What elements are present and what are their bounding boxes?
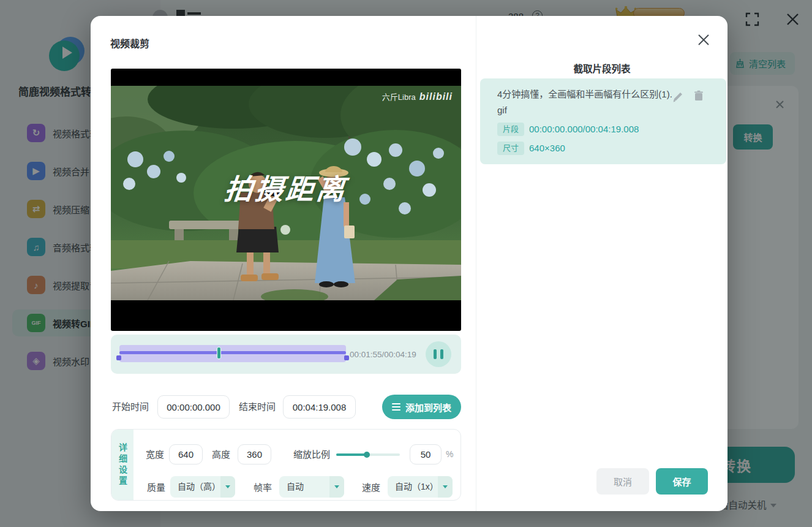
video-crop-modal: 视频裁剪 (91, 16, 727, 511)
chevron-down-icon (438, 476, 453, 498)
pause-button[interactable] (426, 341, 451, 367)
cancel-button[interactable]: 取消 (596, 468, 649, 495)
playhead-handle[interactable] (217, 347, 221, 359)
trim-handle-left[interactable] (116, 355, 121, 360)
chevron-down-icon (220, 476, 235, 498)
scale-label: 缩放比例 (293, 444, 330, 464)
time-display: 00:01:55/00:04:19 (350, 335, 416, 374)
video-watermark: 六斤Librabilibili (382, 91, 453, 102)
video-caption: 拍摄距离 (111, 167, 461, 207)
start-time-input[interactable] (157, 395, 230, 419)
modal-close-icon[interactable] (697, 33, 710, 47)
scale-slider-fill (336, 453, 366, 456)
clip-filename: 4分钟搞懂，全画幅和半画幅有什么区别(1).gif (497, 86, 674, 118)
speed-select[interactable]: 自动（1x） (388, 476, 453, 498)
height-label: 高度 (212, 444, 230, 464)
pause-icon (440, 349, 443, 359)
player-bar: 00:01:55/00:04:19 (111, 335, 461, 374)
trash-icon[interactable] (693, 90, 704, 101)
clip-time-value: 00:00:00.000/00:04:19.008 (529, 123, 639, 136)
clip-badge: 片段 (497, 123, 524, 136)
clip-list-pane: 截取片段列表 4分钟搞懂，全画幅和半画幅有什么区别(1).gif 片段 00:0… (476, 16, 727, 511)
scale-slider[interactable] (336, 453, 400, 456)
scale-input[interactable] (410, 444, 442, 464)
detail-settings-tab: 详细设置 (111, 430, 133, 500)
height-input[interactable] (238, 444, 271, 464)
modal-title: 视频裁剪 (110, 36, 149, 50)
scale-slider-thumb[interactable] (364, 452, 370, 458)
chevron-down-icon (329, 476, 344, 498)
quality-label: 质量 (147, 477, 165, 498)
list-menu-icon (392, 403, 400, 411)
progress-line (119, 351, 346, 354)
end-time-input[interactable] (283, 395, 356, 419)
detail-settings-panel: 详细设置 宽度 高度 缩放比例 % 质量 自动（高） 帧率 自动 速度 自动（1… (111, 429, 461, 501)
video-preview[interactable]: 六斤Librabilibili 拍摄距离 (111, 69, 461, 331)
quality-select[interactable]: 自动（高） (170, 476, 235, 498)
start-time-label: 开始时间 (112, 395, 149, 419)
clip-list-item[interactable]: 4分钟搞懂，全画幅和半画幅有什么区别(1).gif 片段 00:00:00.00… (480, 78, 726, 164)
save-button[interactable]: 保存 (656, 468, 708, 495)
fps-select[interactable]: 自动 (279, 476, 344, 498)
size-value: 640×360 (529, 142, 565, 155)
speed-label: 速度 (362, 477, 380, 498)
fps-label: 帧率 (254, 477, 272, 498)
width-label: 宽度 (146, 444, 164, 464)
trim-handle-right[interactable] (344, 355, 349, 360)
percent-sign: % (446, 444, 453, 464)
pause-icon (434, 349, 437, 359)
edit-pencil-icon[interactable] (672, 91, 683, 102)
clip-list-title: 截取片段列表 (476, 61, 727, 75)
add-to-list-button[interactable]: 添加到列表 (382, 395, 461, 419)
size-badge: 尺寸 (497, 142, 524, 155)
end-time-label: 结束时间 (239, 395, 276, 419)
width-input[interactable] (169, 444, 203, 464)
trim-track[interactable] (119, 345, 346, 362)
